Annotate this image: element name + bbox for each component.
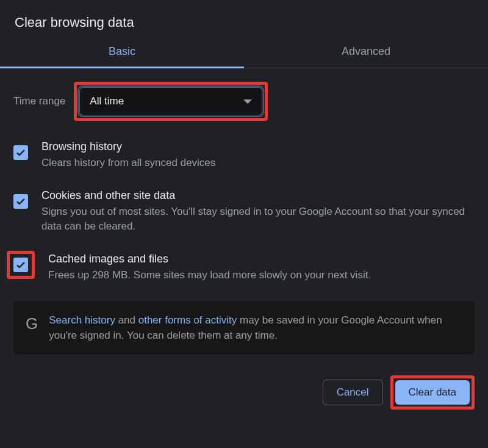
checkbox-cookies[interactable] bbox=[13, 194, 28, 209]
row-cookies: Cookies and other site data Signs you ou… bbox=[13, 189, 475, 234]
time-range-value: All time bbox=[90, 95, 124, 107]
check-icon bbox=[15, 147, 26, 158]
link-search-history[interactable]: Search history bbox=[49, 314, 115, 326]
tab-advanced[interactable]: Advanced bbox=[244, 35, 488, 68]
row-browsing-history: Browsing history Clears history from all… bbox=[13, 140, 475, 171]
google-icon: G bbox=[26, 313, 38, 334]
time-range-row: Time range All time bbox=[13, 82, 475, 121]
dialog-title: Clear browsing data bbox=[0, 6, 488, 35]
highlight-time-range: All time bbox=[74, 82, 268, 121]
clear-browsing-data-dialog: Clear browsing data Basic Advanced Time … bbox=[0, 0, 488, 448]
highlight-clear-button: Clear data bbox=[390, 375, 475, 410]
time-range-label: Time range bbox=[13, 95, 65, 107]
row-desc: Signs you out of most sites. You'll stay… bbox=[41, 204, 475, 234]
caret-down-icon bbox=[243, 99, 252, 104]
row-desc: Clears history from all synced devices bbox=[41, 156, 475, 171]
info-text: Search history and other forms of activi… bbox=[49, 313, 462, 344]
highlight-checkbox-cached bbox=[7, 251, 35, 279]
checkbox-browsing-history[interactable] bbox=[13, 145, 28, 160]
dialog-footer: Cancel Clear data bbox=[0, 355, 488, 423]
clear-data-button[interactable]: Clear data bbox=[395, 380, 470, 405]
google-account-info: G Search history and other forms of acti… bbox=[13, 302, 475, 355]
cancel-button[interactable]: Cancel bbox=[323, 380, 383, 405]
row-title: Cached images and files bbox=[48, 253, 475, 266]
row-desc: Frees up 298 MB. Some sites may load mor… bbox=[48, 268, 475, 283]
tab-basic[interactable]: Basic bbox=[0, 35, 244, 68]
row-cached: Cached images and files Frees up 298 MB.… bbox=[13, 253, 475, 283]
check-icon bbox=[15, 259, 26, 270]
tabs: Basic Advanced bbox=[0, 35, 488, 68]
link-other-activity[interactable]: other forms of activity bbox=[138, 314, 237, 326]
row-title: Cookies and other site data bbox=[41, 189, 475, 202]
checkbox-cached[interactable] bbox=[13, 258, 28, 272]
row-title: Browsing history bbox=[41, 140, 475, 153]
check-icon bbox=[15, 196, 26, 207]
dialog-content: Time range All time Browsing history Cle… bbox=[0, 68, 488, 355]
time-range-select[interactable]: All time bbox=[79, 87, 262, 115]
